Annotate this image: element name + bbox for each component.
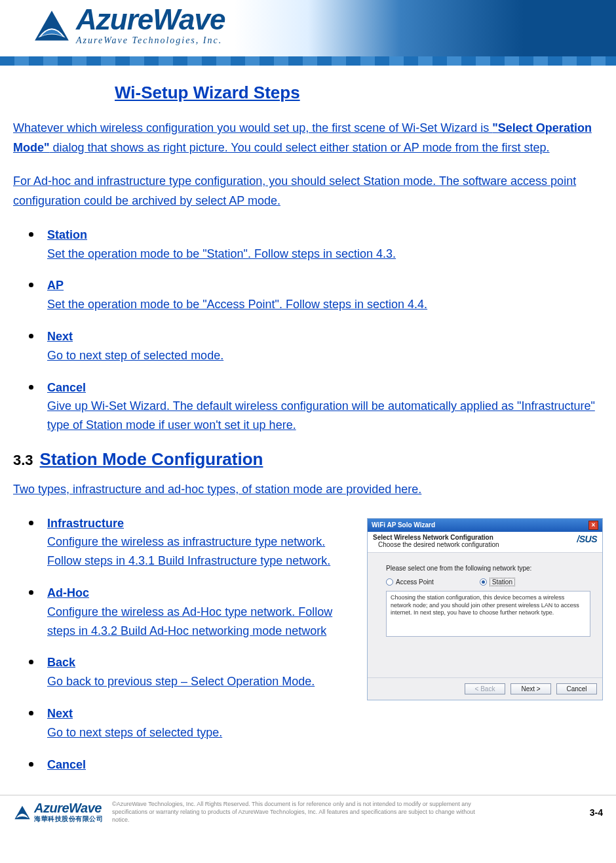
list-item-term: Ad-Hoc	[47, 586, 89, 599]
page-title: Wi-Setup Wizard Steps	[115, 83, 300, 103]
list-item-desc: Go to next step of selected mode.	[47, 346, 603, 365]
list-item: NextGo to next step of selected mode.	[35, 327, 603, 365]
list-item-term: AP	[47, 279, 64, 292]
list-item-desc: Configure the wireless as Ad-Hoc type ne…	[47, 603, 355, 641]
options-list-2: InfrastructureConfigure the wireless as …	[13, 514, 355, 774]
page-number: 3-4	[590, 807, 603, 818]
intro-paragraph-2: For Ad-hoc and infrastructure type confi…	[13, 172, 603, 211]
wizard-title: WiFi AP Solo Wizard	[372, 521, 435, 529]
list-item: InfrastructureConfigure the wireless as …	[35, 514, 355, 571]
wizard-subheading: Choose the desired network configuration	[378, 541, 597, 548]
list-item: Cancel	[35, 755, 355, 774]
brand-name: AzureWave	[76, 5, 225, 34]
list-item-term: Infrastructure	[47, 517, 124, 530]
radio-ap-label: Access Point	[396, 578, 434, 586]
list-item-term: Next	[47, 707, 73, 720]
brand-mark-icon	[13, 803, 31, 822]
footer-legal-text: ©AzureWave Technologies, Inc. All Rights…	[112, 801, 479, 824]
cancel-button[interactable]: Cancel	[556, 683, 597, 694]
radio-access-point[interactable]: Access Point	[386, 578, 434, 586]
list-item: Ad-HocConfigure the wireless as Ad-Hoc t…	[35, 584, 355, 640]
section-title: Station Mode Configuration	[40, 449, 263, 470]
list-item-desc: Go to next steps of selected type.	[47, 723, 355, 742]
wizard-dialog: WiFi AP Solo Wizard × Select Wireless Ne…	[367, 518, 603, 700]
brand-tagline: AzureWave Technologies, Inc.	[76, 35, 225, 46]
list-item: CancelGive up Wi-Set Wizard. The default…	[35, 378, 603, 435]
list-item-desc: Set the operation mode to be "Station". …	[47, 245, 603, 264]
footer-brand-logo: AzureWave 海華科技股份有限公司	[13, 801, 103, 824]
banner-stripe	[0, 56, 616, 66]
list-item-desc: Go back to previous step – Select Operat…	[47, 672, 355, 691]
list-item: NextGo to next steps of selected type.	[35, 704, 355, 742]
intro-paragraph-1: Whatever which wireless configuration yo…	[13, 119, 603, 157]
list-item: APSet the operation mode to be "Access P…	[35, 276, 603, 314]
close-icon[interactable]: ×	[588, 521, 598, 530]
list-item-term: Next	[47, 330, 73, 343]
brand-logo: AzureWave AzureWave Technologies, Inc.	[31, 5, 225, 46]
list-item-term: Station	[47, 228, 87, 241]
options-list-1: Station Set the operation mode to be "St…	[13, 226, 603, 435]
page-footer: AzureWave 海華科技股份有限公司 ©AzureWave Technolo…	[0, 795, 616, 828]
radio-station[interactable]: Station	[480, 578, 515, 586]
list-item: Station Set the operation mode to be "St…	[35, 226, 603, 264]
list-item-desc: Configure the wireless as infrastructure…	[47, 532, 355, 571]
wizard-description: Choosing the station configuration, this…	[386, 591, 590, 637]
section2-intro: Two types, infrastructure and ad-hoc typ…	[13, 480, 603, 500]
back-button[interactable]: < Back	[465, 683, 505, 694]
wizard-heading: Select Wireless Network Configuration	[373, 534, 597, 541]
header-banner: AzureWave AzureWave Technologies, Inc.	[0, 0, 616, 66]
list-item-term: Back	[47, 656, 75, 669]
next-button[interactable]: Next >	[510, 683, 551, 694]
list-item-term: Cancel	[47, 758, 86, 771]
footer-brand-name: AzureWave	[34, 801, 103, 814]
radio-station-label: Station	[490, 578, 515, 586]
section-number: 3.3	[13, 452, 33, 469]
brand-mark-icon	[31, 5, 72, 46]
list-item: BackGo back to previous step – Select Op…	[35, 653, 355, 691]
list-item-desc: Set the operation mode to be "Access Poi…	[47, 295, 603, 314]
list-item-term: Cancel	[47, 381, 86, 394]
asus-logo: /SUS	[577, 534, 597, 544]
list-item-desc: Give up Wi-Set Wizard. The default wirel…	[47, 397, 603, 435]
wizard-prompt: Please select one from the following net…	[386, 565, 590, 572]
footer-brand-cn: 海華科技股份有限公司	[34, 814, 103, 824]
